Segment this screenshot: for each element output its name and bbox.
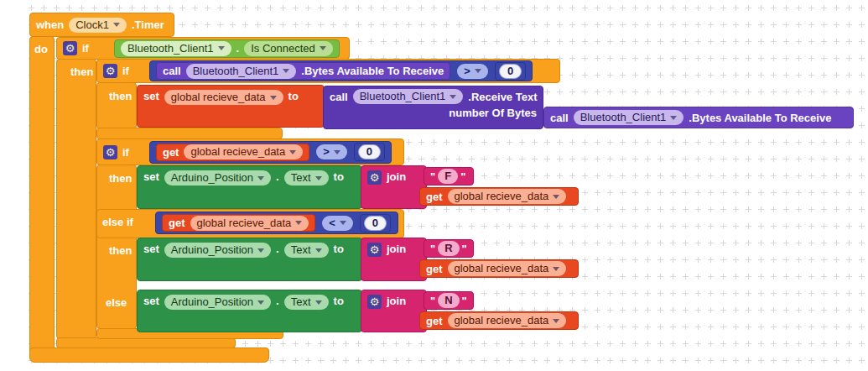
get-global-recieve-data-block[interactable]: get global recieve_data: [162, 214, 315, 232]
get-global-recieve-data-block[interactable]: get global recieve_data: [419, 259, 579, 278]
comparison-operator-dropdown[interactable]: <: [322, 216, 353, 231]
mutator-gear-icon[interactable]: ⚙: [103, 64, 117, 78]
number-value[interactable]: 0: [364, 216, 387, 231]
dropdown-arrow-icon: [334, 150, 340, 154]
bluetooth-component-dropdown[interactable]: Bluetooth_Client1: [186, 64, 297, 79]
string-value[interactable]: F: [438, 169, 458, 184]
number-block[interactable]: 0: [354, 143, 385, 161]
if-position-block[interactable]: ⚙ if get global recieve_data > 0: [96, 138, 404, 165]
dropdown-arrow-icon: [289, 150, 296, 154]
method-label: .Bytes Available To Receive: [689, 112, 831, 124]
bluetooth-is-connected-block[interactable]: Bluetooth_Client1 . Is Connected: [114, 39, 340, 58]
arduino-position-label: Arduino_Position: [171, 243, 253, 257]
call-receive-text-block[interactable]: call Bluetooth_Client1 .Receive Text num…: [323, 86, 543, 129]
call-bytes-available-arg-block[interactable]: call Bluetooth_Client1 .Bytes Available …: [543, 107, 854, 128]
string-value[interactable]: N: [438, 293, 459, 308]
operator-label: >: [323, 145, 330, 159]
blocks-canvas: when Clock1 .Timer do ⚙ if Bluetooth_Cli…: [0, 0, 868, 371]
open-quote: ": [430, 295, 435, 307]
compare-gt-block[interactable]: get global recieve_data > 0: [149, 141, 392, 164]
set-label: set: [143, 170, 159, 183]
bluetooth-component-label: Bluetooth_Client1: [193, 65, 279, 78]
mutator-gear-icon[interactable]: ⚙: [63, 41, 77, 55]
set-label: set: [143, 295, 159, 307]
dot-separator: .: [276, 170, 279, 183]
number-value[interactable]: 0: [499, 64, 522, 79]
bluetooth-component-dropdown[interactable]: Bluetooth_Client1: [121, 41, 231, 56]
dropdown-arrow-icon: [340, 221, 346, 225]
dot-separator: .: [236, 42, 240, 55]
join-block[interactable]: ⚙ join: [361, 290, 427, 332]
mutator-gear-icon[interactable]: ⚙: [367, 295, 382, 309]
dot-separator: .: [276, 295, 279, 307]
if-bytes-block[interactable]: ⚙ if call Bluetooth_Client1 .Bytes Avail…: [96, 59, 560, 83]
close-quote: ": [462, 295, 467, 307]
set-arduino-position-text-block[interactable]: set Arduino_Position . Text to: [137, 290, 362, 332]
comparison-operator-dropdown[interactable]: >: [457, 64, 488, 79]
join-label: join: [387, 170, 406, 183]
bluetooth-component-dropdown[interactable]: Bluetooth_Client1: [353, 89, 464, 104]
if-connected-spine[interactable]: [56, 59, 96, 339]
if-connected-block[interactable]: ⚙ if Bluetooth_Client1 . Is Connected: [56, 37, 350, 60]
set-global-recieve-data-block[interactable]: set global recieve_data to: [137, 85, 325, 128]
bluetooth-component-label: Bluetooth_Client1: [127, 42, 214, 55]
number-block[interactable]: 0: [360, 214, 391, 233]
text-property-dropdown[interactable]: Text: [284, 170, 329, 186]
method-label: .Bytes Available To Receive: [301, 65, 444, 77]
arduino-position-dropdown[interactable]: Arduino_Position: [164, 243, 271, 258]
else-if-label: else if: [102, 216, 133, 228]
join-label: join: [387, 243, 406, 255]
mutator-gear-icon[interactable]: ⚙: [103, 145, 117, 159]
dropdown-arrow-icon: [257, 300, 264, 305]
get-global-recieve-data-block[interactable]: get global recieve_data: [156, 144, 309, 161]
arduino-position-dropdown[interactable]: Arduino_Position: [164, 170, 271, 186]
text-string-block[interactable]: " F ": [424, 167, 474, 186]
text-property-dropdown[interactable]: Text: [284, 295, 329, 310]
arduino-position-dropdown[interactable]: Arduino_Position: [164, 295, 271, 310]
bluetooth-component-dropdown[interactable]: Bluetooth_Client1: [574, 110, 684, 125]
do-label: do: [34, 43, 48, 55]
mutator-gear-icon[interactable]: ⚙: [367, 170, 382, 185]
join-block[interactable]: ⚙ join: [361, 238, 427, 281]
get-global-recieve-data-block[interactable]: get global recieve_data: [419, 311, 579, 330]
set-arduino-position-text-block[interactable]: set Arduino_Position . Text to: [137, 165, 362, 209]
number-value[interactable]: 0: [358, 144, 381, 159]
variable-dropdown[interactable]: global recieve_data: [448, 261, 567, 276]
to-label: to: [334, 295, 344, 307]
when-block-bottom[interactable]: [29, 347, 269, 363]
when-clock-timer-block[interactable]: when Clock1 .Timer: [29, 13, 174, 37]
open-quote: ": [430, 243, 435, 255]
dropdown-arrow-icon: [283, 69, 289, 73]
dropdown-arrow-icon: [315, 248, 322, 253]
set-arduino-position-text-block[interactable]: set Arduino_Position . Text to: [137, 238, 362, 281]
number-block[interactable]: 0: [495, 62, 526, 81]
text-property-dropdown[interactable]: Text: [284, 243, 329, 258]
variable-dropdown[interactable]: global recieve_data: [190, 216, 309, 231]
dropdown-arrow-icon: [257, 176, 264, 180]
variable-dropdown[interactable]: global recieve_data: [448, 313, 567, 328]
dropdown-arrow-icon: [315, 300, 322, 305]
call-bytes-available-block[interactable]: call Bluetooth_Client1 .Bytes Available …: [156, 62, 450, 80]
comparison-operator-dropdown[interactable]: >: [316, 144, 347, 159]
when-block-spine[interactable]: [29, 36, 55, 353]
string-value[interactable]: R: [438, 241, 459, 256]
number-of-bytes-arg-label: number Of Bytes: [449, 107, 537, 119]
dropdown-arrow-icon: [553, 195, 559, 199]
variable-dropdown[interactable]: global recieve_data: [448, 189, 567, 204]
clock-component-dropdown[interactable]: Clock1: [69, 18, 127, 33]
text-string-block[interactable]: " N ": [424, 291, 474, 310]
is-connected-property-dropdown[interactable]: Is Connected: [244, 41, 333, 56]
call-label: call: [550, 112, 569, 124]
compare-bytes-block[interactable]: call Bluetooth_Client1 .Bytes Available …: [149, 60, 533, 81]
clock-component-label: Clock1: [75, 18, 109, 32]
compare-lt-block[interactable]: get global recieve_data < 0: [155, 212, 398, 234]
text-string-block[interactable]: " R ": [424, 239, 474, 258]
variable-dropdown[interactable]: global recieve_data: [164, 90, 283, 105]
text-property-label: Text: [291, 171, 311, 185]
bluetooth-component-label: Bluetooth_Client1: [360, 90, 446, 103]
variable-dropdown[interactable]: global recieve_data: [184, 144, 303, 159]
get-global-recieve-data-block[interactable]: get global recieve_data: [419, 187, 579, 206]
mutator-gear-icon[interactable]: ⚙: [367, 243, 382, 257]
if-bytes-bottom[interactable]: [96, 128, 283, 139]
join-block[interactable]: ⚙ join: [361, 165, 427, 209]
